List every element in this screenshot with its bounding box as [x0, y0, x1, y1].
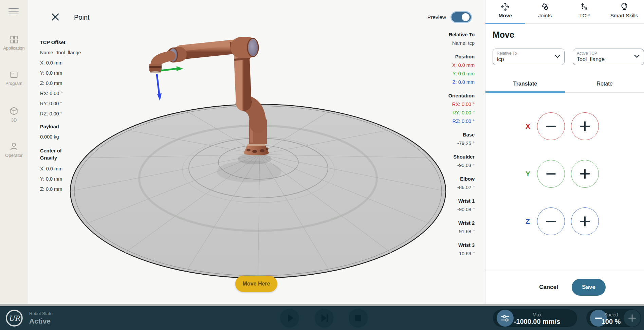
sidebar-item-program[interactable]: Program [0, 70, 28, 86]
max-label: Max [503, 312, 571, 317]
joint-readout-elbow: Elbow -86.02 ° [448, 175, 475, 192]
3d-scene[interactable] [28, 0, 485, 304]
translate-rotate-tabs: Translate Rotate [485, 75, 644, 93]
cog-y: Y: 0.0 mm [40, 174, 81, 184]
move-here-button[interactable]: Move Here [235, 276, 277, 292]
payload-value: 0.000 kg [40, 132, 81, 142]
play-button[interactable] [280, 309, 299, 328]
tcp-offset-title: TCP Offset [40, 37, 81, 48]
skip-next-button[interactable] [315, 309, 334, 328]
axis-z-label: Z [526, 217, 530, 225]
panel-footer-divider [485, 271, 644, 271]
tab-tcp[interactable]: TCP [565, 0, 605, 24]
joint-readout-base: Base -79.25 ° [448, 131, 475, 148]
orientation-rx: RX: 0.00 ° [448, 100, 475, 109]
smart-skills-icon [620, 2, 629, 12]
sidebar-item-label: Operator [0, 153, 28, 158]
hamburger-menu-icon[interactable] [8, 6, 19, 14]
stop-icon [349, 309, 368, 328]
skip-next-icon [315, 309, 334, 328]
page-title: Point [74, 14, 90, 21]
position-title: Position [448, 53, 475, 61]
joints-icon [540, 2, 550, 12]
sidebar-item-label: Program [0, 81, 28, 86]
tab-smart-skills[interactable]: Smart Skills [604, 0, 644, 24]
y-plus-button[interactable] [571, 160, 599, 188]
cog-z: Z: 0.0 mm [40, 184, 81, 194]
orientation-rz: RZ: 0.00 ° [448, 117, 475, 126]
preview-toggle[interactable] [450, 11, 472, 23]
move-panel: Move Joints [485, 0, 644, 304]
close-button[interactable] [50, 12, 61, 23]
tcp-offset-z: Z: 0.0 mm [40, 78, 81, 88]
sidebar-item-application[interactable]: Application [0, 35, 28, 51]
tab-label: Joints [538, 13, 552, 19]
main-area: Application Program 3D [0, 0, 644, 304]
jog-row-x: X [485, 112, 644, 140]
robot-state-label: Robot State [29, 311, 53, 316]
tab-joints[interactable]: Joints [525, 0, 565, 24]
max-value: -1000.00 mm/s [503, 318, 571, 326]
plus-icon [624, 310, 641, 327]
polyscope-app: Application Program 3D [0, 0, 644, 330]
position-y: Y: 0.0 mm [448, 70, 475, 78]
stop-button[interactable] [349, 309, 368, 328]
3d-viewport: Point Preview TCP Offset Name: Tool_flan… [28, 0, 485, 304]
subtab-rotate[interactable]: Rotate [565, 75, 644, 92]
x-plus-button[interactable] [571, 112, 599, 140]
joint-readout-wrist2: Wrist 2 91.68 ° [448, 219, 475, 236]
panel-heading: Move [493, 30, 514, 40]
tcp-offset-rz: RZ: 0.00 ° [40, 109, 81, 119]
tcp-offset-name: Name: Tool_flange [40, 48, 81, 58]
dropdown-value: tcp [497, 56, 504, 62]
dropdown-value: Tool_flange [577, 56, 605, 62]
chevron-down-icon [555, 55, 560, 58]
jog-row-z: Z [485, 207, 644, 235]
tcp-z-axis-arrow [157, 74, 162, 101]
sidebar-item-3d[interactable]: 3D [0, 106, 28, 123]
cog-title-line1: Center of [40, 147, 81, 154]
joint-readout-shoulder: Shoulder -95.03 ° [448, 153, 475, 170]
svg-text:UR: UR [8, 314, 20, 323]
save-button[interactable]: Save [572, 279, 606, 296]
preview-control: Preview [427, 11, 472, 23]
subtab-translate[interactable]: Translate [485, 75, 565, 92]
cog-title-line2: Gravity [40, 154, 81, 162]
orientation-ry: RY: 0.00 ° [448, 109, 475, 117]
pose-readout-panel: Relative To Name: tcp Position X: 0.0 mm… [448, 31, 475, 263]
joint-readout-wrist1: Wrist 1 -90.08 ° [448, 197, 475, 214]
tab-label: Smart Skills [610, 13, 638, 19]
joint-readout-wrist3: Wrist 3 10.69 ° [448, 241, 475, 258]
y-minus-button[interactable] [537, 160, 565, 188]
jog-row-y: Y [485, 160, 644, 188]
active-tcp-dropdown[interactable]: Active TCP Tool_flange [573, 49, 644, 65]
orientation-title: Orientation [448, 92, 475, 100]
relative-to-title: Relative To [448, 31, 475, 39]
tcp-offset-ry: RY: 0.00 ° [40, 98, 81, 109]
cancel-button[interactable]: Cancel [536, 281, 561, 293]
axis-x-label: X [526, 122, 530, 130]
move-icon [500, 2, 510, 12]
tcp-offset-x: X: 0.0 mm [40, 58, 81, 68]
x-minus-button[interactable] [537, 112, 565, 140]
tcp-offset-rx: RX: 0.00 ° [40, 88, 81, 98]
tab-move[interactable]: Move [485, 0, 525, 24]
dropdown-label: Active TCP [577, 51, 597, 56]
close-icon [51, 13, 60, 21]
sidebar-item-label: Application [0, 45, 28, 51]
person-icon [9, 141, 19, 151]
relative-to-dropdown[interactable]: Relative To tcp [493, 49, 565, 65]
axis-y-label: Y [526, 170, 530, 178]
sidebar: Application Program 3D [0, 0, 28, 304]
preview-label: Preview [427, 14, 446, 20]
tcp-offset-panel: TCP Offset Name: Tool_flange X: 0.0 mm Y… [40, 37, 81, 194]
z-plus-button[interactable] [571, 207, 599, 235]
speed-increase-button[interactable] [624, 310, 641, 327]
grid-icon [9, 35, 19, 44]
sidebar-item-label: 3D [0, 117, 28, 123]
ur-logo: UR [5, 309, 23, 327]
sidebar-item-operator[interactable]: Operator [0, 141, 28, 158]
cog-x: X: 0.0 mm [40, 164, 81, 174]
payload-title: Payload [40, 122, 81, 132]
z-minus-button[interactable] [537, 207, 565, 235]
